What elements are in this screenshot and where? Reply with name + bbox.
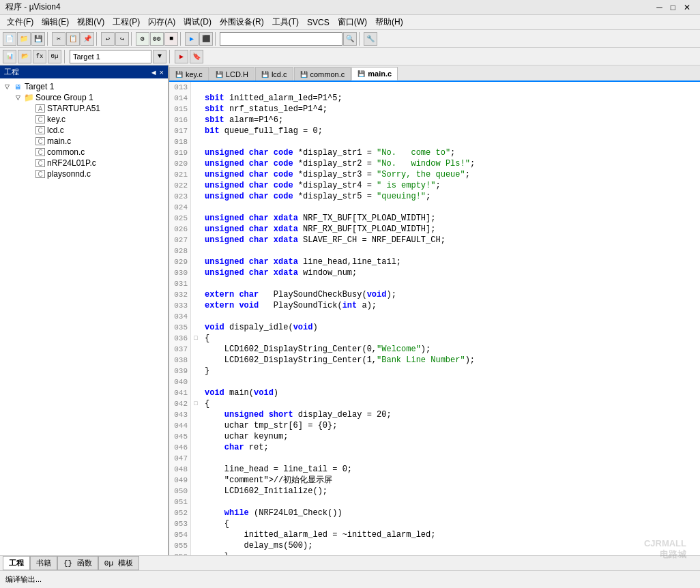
tabs-bar: 💾 key.c 💾 LCD.H 💾 lcd.c 💾 common.c 💾 mai… <box>169 65 700 82</box>
search-btn[interactable]: 🔍 <box>343 32 357 46</box>
code-line: 026unsigned char xdata NRF_RX_BUF[TX_PLO… <box>169 224 700 235</box>
source-group1-label: Source Group 1 <box>35 93 93 102</box>
tab-main-c[interactable]: 💾 main.c <box>351 67 398 80</box>
menu-edit[interactable]: 编辑(E) <box>38 15 73 29</box>
tab-lcd-h[interactable]: 💾 LCD.H <box>209 67 254 80</box>
tab-common-c[interactable]: 💾 common.c <box>294 67 351 80</box>
target-dropdown-btn[interactable]: ▼ <box>153 50 166 63</box>
menu-peripheral[interactable]: 外围设备(R) <box>216 15 268 29</box>
redo-btn[interactable]: ↪ <box>115 32 129 46</box>
tab-lcd-c[interactable]: 💾 lcd.c <box>255 67 293 80</box>
file-icon-common: C <box>35 148 45 156</box>
tree-target1[interactable]: ▽ 🖥 Target 1 <box>0 81 168 92</box>
tree-source-group1[interactable]: ▽ 📁 Source Group 1 <box>0 92 168 103</box>
funcs-btn[interactable]: fx <box>33 50 46 63</box>
menu-project[interactable]: 工程(P) <box>108 15 144 29</box>
tree-file-lcd[interactable]: C lcd.c <box>0 125 168 136</box>
line-number: 050 <box>169 486 191 497</box>
tree-file-common[interactable]: C common.c <box>0 147 168 158</box>
save-btn[interactable]: 💾 <box>31 32 45 46</box>
project-btn[interactable]: 📊 <box>3 50 16 63</box>
cut-btn[interactable]: ✂ <box>52 32 65 46</box>
line-content <box>201 246 700 256</box>
tree-file-key[interactable]: C key.c <box>0 114 168 125</box>
expand-startup <box>25 105 35 112</box>
bottom-tab-functions[interactable]: {} 函数 <box>57 556 98 570</box>
tree-file-startup[interactable]: A STARTUP.A51 <box>0 103 168 114</box>
line-content: unsigned char code *display_str3 = "Sorr… <box>201 169 700 180</box>
tree-file-main[interactable]: C main.c <box>0 136 168 147</box>
tab-key-c[interactable]: 💾 key.c <box>169 67 209 80</box>
menu-debug[interactable]: 调试(D) <box>179 15 216 29</box>
code-line: 025unsigned char xdata NRF_TX_BUF[TX_PLO… <box>169 213 700 224</box>
line-content: line_head = line_tail = 0; <box>201 464 700 475</box>
options-btn[interactable]: 🔧 <box>364 32 377 46</box>
close-btn[interactable]: ✕ <box>680 3 695 12</box>
line-fold[interactable]: □ <box>191 398 201 409</box>
file-icon-play: C <box>35 170 45 178</box>
panel-controls[interactable]: ◄ × <box>150 68 164 76</box>
bottom-tab-project[interactable]: 工程 <box>3 556 30 570</box>
templates-btn[interactable]: 0µ <box>48 50 61 63</box>
bottom-tab-books[interactable]: 书籍 <box>30 556 57 570</box>
title-text: 程序 - µVision4 <box>5 1 61 13</box>
menu-view[interactable]: 视图(V) <box>73 15 108 29</box>
stop-btn[interactable]: ■ <box>164 32 178 46</box>
sep1 <box>47 32 50 46</box>
menu-window[interactable]: 窗口(W) <box>334 15 371 29</box>
line-fold <box>191 442 201 453</box>
status-text: 编译输出... <box>5 574 42 585</box>
file-nrf-label: nRF24L01P.c <box>47 158 96 168</box>
bottom-tab-templates[interactable]: 0µ 模板 <box>98 556 139 570</box>
line-fold <box>191 202 201 213</box>
target-selector[interactable] <box>70 50 151 63</box>
tab-lcd-c-label: lcd.c <box>272 70 287 78</box>
menu-svcs[interactable]: SVCS <box>303 16 334 29</box>
undo-btn[interactable]: ↩ <box>101 32 115 46</box>
rebuild-btn[interactable]: ⚙⚙ <box>150 32 164 46</box>
expand-group1[interactable]: ▽ <box>12 94 23 101</box>
editor-area: 💾 key.c 💾 LCD.H 💾 lcd.c 💾 common.c 💾 mai… <box>169 65 700 555</box>
code-line: 048 line_head = line_tail = 0; <box>169 464 700 475</box>
menu-flash[interactable]: 闪存(A) <box>144 15 179 29</box>
new-file-btn[interactable]: 📄 <box>3 32 16 46</box>
paste-btn[interactable]: 📌 <box>81 32 94 46</box>
line-number: 028 <box>169 246 191 256</box>
files-btn[interactable]: 📂 <box>18 50 31 63</box>
code-area[interactable]: 013014sbit initted_alarm_led=P1^5;015sbi… <box>169 82 700 555</box>
line-fold <box>191 475 201 486</box>
run-btn[interactable]: ▶ <box>175 50 188 63</box>
search-box[interactable] <box>220 32 342 46</box>
line-fold <box>191 82 201 93</box>
menu-tools[interactable]: 工具(T) <box>268 15 303 29</box>
code-line: 052 while (NRF24L01_Check()) <box>169 508 700 518</box>
max-btn[interactable]: □ <box>667 3 680 12</box>
line-fold[interactable]: □ <box>191 333 201 344</box>
line-fold <box>191 344 201 355</box>
tree-file-nrf[interactable]: C nRF24L01P.c <box>0 158 168 168</box>
bookmark-btn[interactable]: 🔖 <box>190 50 203 63</box>
min-btn[interactable]: ─ <box>652 3 667 12</box>
folder-icon: 📁 <box>23 93 34 102</box>
line-fold <box>191 267 201 278</box>
expand-target1[interactable]: ▽ <box>1 83 12 90</box>
sep3 <box>131 32 134 46</box>
build-btn[interactable]: ⚙ <box>136 32 149 46</box>
menu-help[interactable]: 帮助(H) <box>371 15 407 29</box>
line-fold <box>191 213 201 224</box>
open-file-btn[interactable]: 📁 <box>17 32 31 46</box>
menu-file[interactable]: 文件(F) <box>3 15 38 29</box>
code-line: 041void main(void) <box>169 387 700 398</box>
file-icon-lcd: C <box>35 126 45 134</box>
line-content: unsigned char code *display_str1 = "No. … <box>201 147 700 158</box>
code-line: 037 LCD1602_DisplayString_Center(0,"Welc… <box>169 344 700 355</box>
tab-main-label: main.c <box>368 70 392 78</box>
code-line: 036□{ <box>169 333 700 344</box>
tree-file-play[interactable]: C playsonnd.c <box>0 168 168 179</box>
copy-btn[interactable]: 📋 <box>66 32 80 46</box>
debug-stop-btn[interactable]: ⬛ <box>199 32 213 46</box>
debug-start-btn[interactable]: ▶ <box>185 32 199 46</box>
tab-lcd-h-icon: 💾 <box>216 71 223 78</box>
code-line: 050 LCD1602_Initialize(); <box>169 486 700 497</box>
line-number: 047 <box>169 453 191 464</box>
